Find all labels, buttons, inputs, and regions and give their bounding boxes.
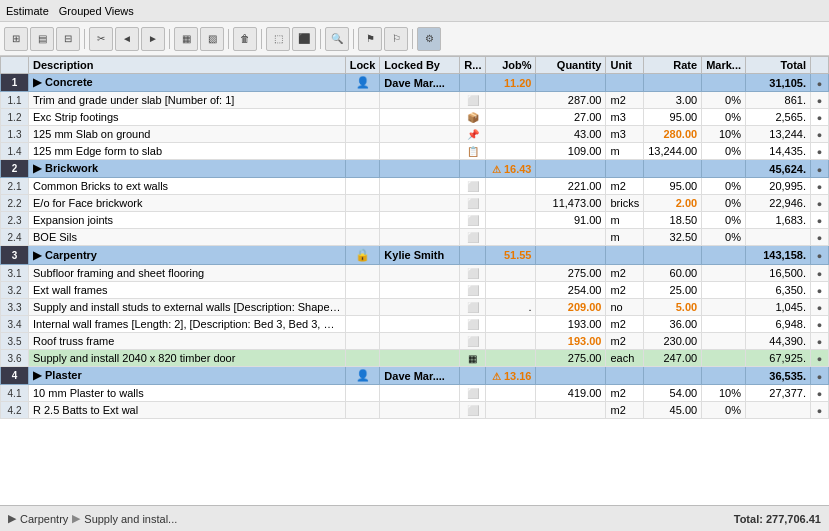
row-description[interactable]: ▶Brickwork — [29, 160, 346, 178]
table-row[interactable]: 3.5Roof truss frame⬜193.00m2230.0044,390… — [1, 333, 829, 350]
row-rate[interactable]: 95.00 — [644, 178, 702, 195]
row-markup[interactable]: 0% — [702, 229, 746, 246]
row-action-icon[interactable]: ● — [817, 130, 822, 140]
row-rate[interactable]: 13,244.00 — [644, 143, 702, 160]
row-action-icon[interactable]: ● — [817, 79, 822, 89]
table-row[interactable]: 1.1Trim and grade under slab [Number of:… — [1, 92, 829, 109]
col-header-quantity[interactable]: Quantity — [536, 57, 606, 74]
row-rate[interactable]: 18.50 — [644, 212, 702, 229]
row-quantity[interactable]: 109.00 — [536, 143, 606, 160]
search-button[interactable]: 🔍 — [325, 27, 349, 51]
table-row[interactable]: 4.2R 2.5 Batts to Ext wal⬜m245.000%● — [1, 402, 829, 419]
row-description[interactable]: Common Bricks to ext walls — [29, 178, 346, 195]
row-rate[interactable]: 230.00 — [644, 333, 702, 350]
row-description[interactable]: Expansion joints — [29, 212, 346, 229]
row-quantity[interactable]: 91.00 — [536, 212, 606, 229]
table-row[interactable]: 4▶Plaster👤Dave Mar....⚠ 13.1636,535.● — [1, 367, 829, 385]
row-markup[interactable] — [702, 367, 746, 385]
row-quantity[interactable]: 275.00 — [536, 265, 606, 282]
row-description[interactable]: Subfloor framing and sheet flooring — [29, 265, 346, 282]
breadcrumb-item-1[interactable]: Carpentry — [20, 513, 68, 525]
columns-button[interactable]: ▧ — [200, 27, 224, 51]
row-description[interactable]: Internal wall frames [Length: 2], [Descr… — [29, 316, 346, 333]
cut-button[interactable]: ✂ — [89, 27, 113, 51]
row-description[interactable]: Supply and install studs to external wal… — [29, 299, 346, 316]
col-header-total[interactable]: Total — [746, 57, 811, 74]
row-description[interactable]: ▶Concrete — [29, 74, 346, 92]
col-header-lockedby[interactable]: Locked By — [380, 57, 460, 74]
col-header-lock[interactable]: Lock — [345, 57, 380, 74]
row-quantity[interactable]: 43.00 — [536, 126, 606, 143]
row-description[interactable]: ▶Plaster — [29, 367, 346, 385]
row-action-icon[interactable]: ● — [817, 303, 822, 313]
row-markup[interactable] — [702, 74, 746, 92]
row-action-icon[interactable]: ● — [817, 372, 822, 382]
row-rate[interactable] — [644, 367, 702, 385]
row-quantity[interactable] — [536, 160, 606, 178]
row-rate[interactable]: 280.00 — [644, 126, 702, 143]
table-row[interactable]: 3.1Subfloor framing and sheet flooring⬜2… — [1, 265, 829, 282]
row-rate[interactable] — [644, 246, 702, 265]
row-action-icon[interactable]: ● — [817, 96, 822, 106]
row-description[interactable]: E/o for Face brickwork — [29, 195, 346, 212]
row-action-icon[interactable]: ● — [817, 354, 822, 364]
table-row[interactable]: 3.4Internal wall frames [Length: 2], [De… — [1, 316, 829, 333]
row-description[interactable]: Roof truss frame — [29, 333, 346, 350]
row-rate[interactable]: 2.00 — [644, 195, 702, 212]
row-description[interactable]: Ext wall frames — [29, 282, 346, 299]
row-quantity[interactable]: 287.00 — [536, 92, 606, 109]
row-markup[interactable] — [702, 316, 746, 333]
row-markup[interactable] — [702, 160, 746, 178]
row-action-icon[interactable]: ● — [817, 389, 822, 399]
row-markup[interactable]: 10% — [702, 385, 746, 402]
row-quantity[interactable]: 221.00 — [536, 178, 606, 195]
row-description[interactable]: ▶Carpentry — [29, 246, 346, 265]
row-action-icon[interactable]: ● — [817, 269, 822, 279]
row-quantity[interactable] — [536, 74, 606, 92]
row-quantity[interactable] — [536, 367, 606, 385]
list-view-button[interactable]: ▤ — [30, 27, 54, 51]
row-description[interactable]: R 2.5 Batts to Ext wal — [29, 402, 346, 419]
row-markup[interactable]: 10% — [702, 126, 746, 143]
row-description[interactable]: 125 mm Edge form to slab — [29, 143, 346, 160]
row-action-icon[interactable]: ● — [817, 165, 822, 175]
row-rate[interactable]: 25.00 — [644, 282, 702, 299]
import-button[interactable]: ⬚ — [266, 27, 290, 51]
table-row[interactable]: 4.110 mm Plaster to walls⬜419.00m254.001… — [1, 385, 829, 402]
row-quantity[interactable]: 419.00 — [536, 385, 606, 402]
row-markup[interactable] — [702, 299, 746, 316]
row-description[interactable]: Trim and grade under slab [Number of: 1] — [29, 92, 346, 109]
row-action-icon[interactable]: ● — [817, 199, 822, 209]
col-header-job[interactable]: Job% — [486, 57, 536, 74]
table-row[interactable]: 3.6Supply and install 2040 x 820 timber … — [1, 350, 829, 367]
row-action-icon[interactable]: ● — [817, 147, 822, 157]
col-header-r[interactable]: R... — [460, 57, 486, 74]
row-quantity[interactable]: 11,473.00 — [536, 195, 606, 212]
row-action-icon[interactable]: ● — [817, 113, 822, 123]
table-row[interactable]: 3.3Supply and install studs to external … — [1, 299, 829, 316]
row-rate[interactable]: 45.00 — [644, 402, 702, 419]
row-markup[interactable] — [702, 265, 746, 282]
col-header-unit[interactable]: Unit — [606, 57, 644, 74]
table-row[interactable]: 3.2Ext wall frames⬜254.00m225.006,350.● — [1, 282, 829, 299]
row-markup[interactable]: 0% — [702, 402, 746, 419]
flag-button[interactable]: ⚑ — [358, 27, 382, 51]
row-rate[interactable]: 3.00 — [644, 92, 702, 109]
row-action-icon[interactable]: ● — [817, 182, 822, 192]
delete-button[interactable]: 🗑 — [233, 27, 257, 51]
row-quantity[interactable]: 27.00 — [536, 109, 606, 126]
table-row[interactable]: 1.4125 mm Edge form to slab📋109.00m13,24… — [1, 143, 829, 160]
arrow-left-button[interactable]: ◄ — [115, 27, 139, 51]
row-rate[interactable]: 247.00 — [644, 350, 702, 367]
table-button[interactable]: ▦ — [174, 27, 198, 51]
row-rate[interactable] — [644, 74, 702, 92]
row-rate[interactable]: 5.00 — [644, 299, 702, 316]
row-markup[interactable]: 0% — [702, 212, 746, 229]
row-action-icon[interactable]: ● — [817, 233, 822, 243]
row-rate[interactable]: 95.00 — [644, 109, 702, 126]
col-header-description[interactable]: Description — [29, 57, 346, 74]
row-rate[interactable]: 36.00 — [644, 316, 702, 333]
row-quantity[interactable] — [536, 229, 606, 246]
breadcrumb-item-2[interactable]: Supply and instal... — [84, 513, 177, 525]
table-row[interactable]: 1▶Concrete👤Dave Mar....11.2031,105.● — [1, 74, 829, 92]
